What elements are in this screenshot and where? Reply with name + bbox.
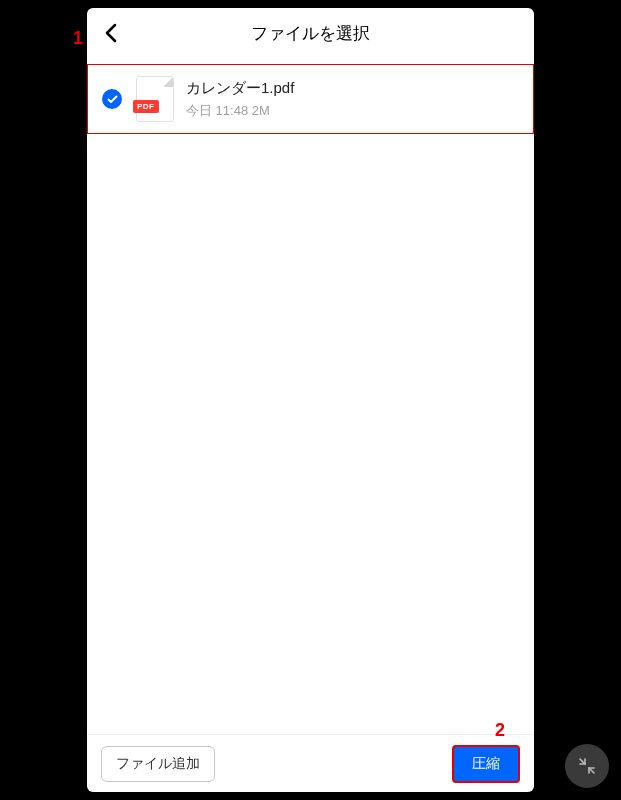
footer-toolbar: ファイル追加 圧縮 [87, 734, 534, 792]
selection-check[interactable] [102, 89, 122, 109]
add-file-button[interactable]: ファイル追加 [101, 746, 215, 782]
app-frame: ファイルを選択 PDF カレンダー1.pdf 今日 11:48 2M ファイル追… [87, 8, 534, 792]
header: ファイルを選択 [87, 8, 534, 58]
file-meta: カレンダー1.pdf 今日 11:48 2M [186, 79, 294, 120]
chevron-left-icon [104, 23, 118, 43]
check-icon [107, 95, 118, 104]
collapse-fab[interactable] [565, 744, 609, 788]
file-detail: 今日 11:48 2M [186, 102, 294, 120]
file-list: PDF カレンダー1.pdf 今日 11:48 2M [87, 58, 534, 734]
compress-button[interactable]: 圧縮 [452, 745, 520, 783]
pdf-file-icon: PDF [136, 76, 174, 122]
annotation-callout-1: 1 [73, 28, 83, 49]
collapse-icon [577, 756, 597, 776]
pdf-badge: PDF [133, 100, 159, 113]
page-title: ファイルを選択 [87, 22, 534, 45]
file-row[interactable]: PDF カレンダー1.pdf 今日 11:48 2M [87, 64, 534, 134]
file-name: カレンダー1.pdf [186, 79, 294, 98]
back-button[interactable] [97, 19, 125, 47]
annotation-callout-2: 2 [495, 720, 505, 741]
